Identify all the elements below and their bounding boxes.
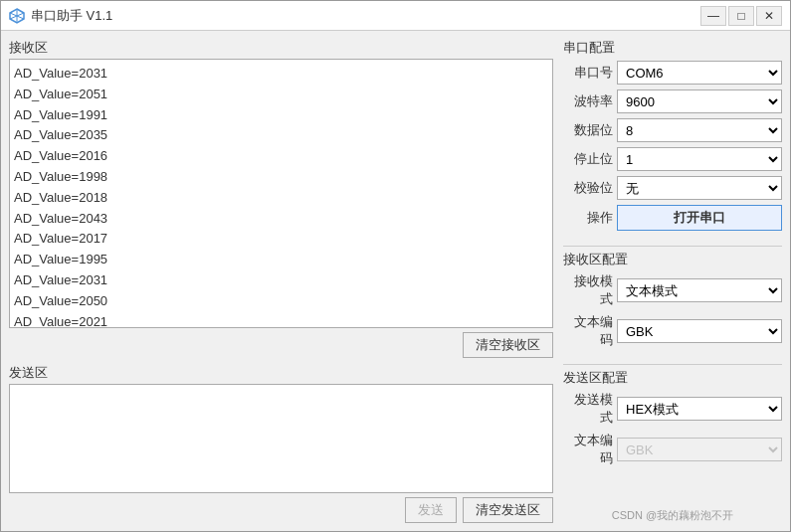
receive-config-section: 接收区配置 接收模式 文本模式HEX模式 文本编码 GBKUTF-8ASCII bbox=[563, 251, 782, 354]
send-config-section: 发送区配置 发送模式 文本模式HEX模式 文本编码 GBKUTF-8ASCII bbox=[563, 369, 782, 472]
action-row: 操作 打开串口 bbox=[563, 205, 782, 231]
receive-mode-row: 接收模式 文本模式HEX模式 bbox=[563, 272, 782, 308]
send-encoding-select[interactable]: GBKUTF-8ASCII bbox=[617, 438, 782, 461]
clear-receive-button[interactable]: 清空接收区 bbox=[463, 332, 553, 358]
receive-config-title: 接收区配置 bbox=[563, 251, 782, 268]
main-window: 串口助手 V1.1 — □ ✕ 接收区 清空接收区 发送区 bbox=[0, 0, 791, 532]
receive-textarea[interactable] bbox=[9, 59, 553, 328]
window-controls: — □ ✕ bbox=[700, 6, 782, 26]
open-port-button[interactable]: 打开串口 bbox=[617, 205, 782, 231]
action-label: 操作 bbox=[563, 209, 613, 227]
watermark: CSDN @我的藕粉泡不开 bbox=[563, 504, 782, 523]
parity-row: 校验位 无奇校验偶校验 bbox=[563, 176, 782, 200]
stop-bits-label: 停止位 bbox=[563, 150, 613, 168]
parity-label: 校验位 bbox=[563, 179, 613, 197]
send-textarea[interactable] bbox=[9, 384, 553, 493]
parity-select[interactable]: 无奇校验偶校验 bbox=[617, 176, 782, 200]
send-config-title: 发送区配置 bbox=[563, 369, 782, 387]
baud-row: 波特率 12002400480096001920038400115200 bbox=[563, 89, 782, 113]
receive-mode-label: 接收模式 bbox=[563, 272, 613, 308]
receive-encoding-label: 文本编码 bbox=[563, 313, 613, 349]
receive-area: 接收区 清空接收区 bbox=[9, 39, 553, 358]
send-mode-row: 发送模式 文本模式HEX模式 bbox=[563, 391, 782, 427]
send-encoding-label: 文本编码 bbox=[563, 432, 613, 467]
minimize-button[interactable]: — bbox=[700, 6, 726, 26]
serial-config-title: 串口配置 bbox=[563, 39, 782, 57]
divider-2 bbox=[563, 364, 782, 365]
maximize-button[interactable]: □ bbox=[728, 6, 754, 26]
data-bits-select[interactable]: 5678 bbox=[617, 118, 782, 142]
send-button[interactable]: 发送 bbox=[405, 497, 457, 523]
baud-select[interactable]: 12002400480096001920038400115200 bbox=[617, 89, 782, 113]
receive-encoding-row: 文本编码 GBKUTF-8ASCII bbox=[563, 313, 782, 349]
stop-bits-select[interactable]: 11.52 bbox=[617, 147, 782, 171]
receive-label: 接收区 bbox=[9, 39, 553, 57]
serial-config-section: 串口配置 串口号 COM1COM2COM3COM4COM5COM6 波特率 12… bbox=[563, 39, 782, 236]
divider-1 bbox=[563, 246, 782, 247]
port-label: 串口号 bbox=[563, 64, 613, 82]
title-bar: 串口助手 V1.1 — □ ✕ bbox=[1, 1, 790, 31]
send-label: 发送区 bbox=[9, 364, 553, 382]
close-button[interactable]: ✕ bbox=[756, 6, 782, 26]
main-content: 接收区 清空接收区 发送区 发送 清空发送区 串口配置 bbox=[1, 31, 790, 531]
right-panel: 串口配置 串口号 COM1COM2COM3COM4COM5COM6 波特率 12… bbox=[563, 39, 782, 523]
baud-label: 波特率 bbox=[563, 92, 613, 110]
send-mode-select[interactable]: 文本模式HEX模式 bbox=[617, 397, 782, 421]
send-encoding-row: 文本编码 GBKUTF-8ASCII bbox=[563, 432, 782, 467]
clear-send-button[interactable]: 清空发送区 bbox=[463, 497, 553, 523]
data-bits-row: 数据位 5678 bbox=[563, 118, 782, 142]
send-buttons: 发送 清空发送区 bbox=[9, 497, 553, 523]
receive-mode-select[interactable]: 文本模式HEX模式 bbox=[617, 278, 782, 302]
receive-encoding-select[interactable]: GBKUTF-8ASCII bbox=[617, 319, 782, 343]
title-bar-left: 串口助手 V1.1 bbox=[9, 7, 112, 25]
send-mode-label: 发送模式 bbox=[563, 391, 613, 427]
stop-bits-row: 停止位 11.52 bbox=[563, 147, 782, 171]
receive-buttons: 清空接收区 bbox=[9, 332, 553, 358]
left-panel: 接收区 清空接收区 发送区 发送 清空发送区 bbox=[9, 39, 553, 523]
port-select[interactable]: COM1COM2COM3COM4COM5COM6 bbox=[617, 61, 782, 85]
app-icon bbox=[9, 8, 25, 24]
port-row: 串口号 COM1COM2COM3COM4COM5COM6 bbox=[563, 61, 782, 85]
send-area: 发送区 发送 清空发送区 bbox=[9, 364, 553, 523]
data-bits-label: 数据位 bbox=[563, 121, 613, 139]
window-title: 串口助手 V1.1 bbox=[31, 7, 112, 25]
